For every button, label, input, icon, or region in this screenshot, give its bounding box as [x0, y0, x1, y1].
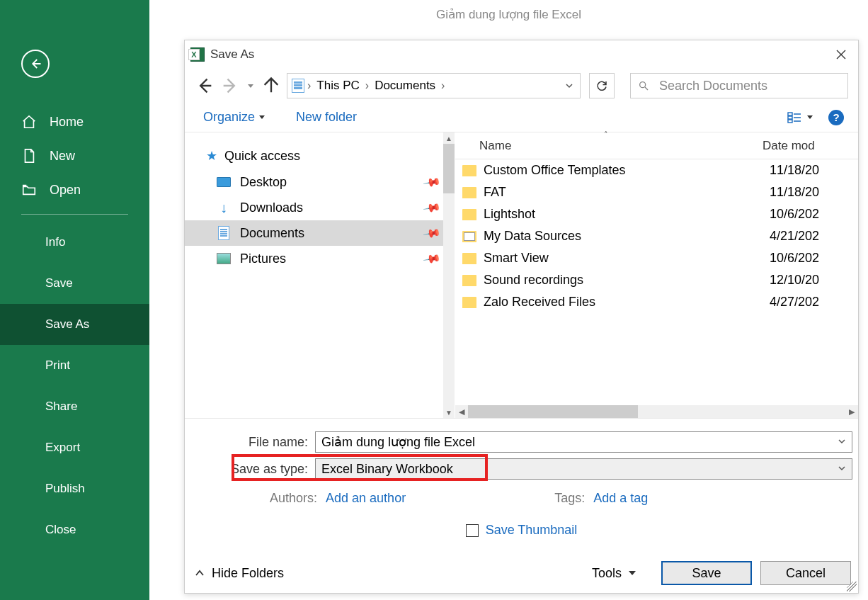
scroll-thumb[interactable] — [468, 405, 638, 418]
close-button[interactable] — [830, 45, 852, 64]
file-date: 12/10/20 — [770, 273, 819, 288]
nav-forward-button[interactable] — [220, 76, 240, 96]
sidebar-item-print[interactable]: Print — [0, 345, 149, 386]
desktop-icon — [216, 176, 232, 188]
tree-downloads[interactable]: ↓ Downloads 📌 — [185, 195, 455, 220]
download-icon: ↓ — [216, 201, 232, 214]
back-button[interactable] — [21, 50, 50, 78]
breadcrumb-this-pc[interactable]: This PC — [314, 79, 362, 93]
file-row[interactable]: Custom Office Templates11/18/20 — [455, 159, 858, 181]
sidebar-label-info: Info — [45, 235, 65, 249]
folder-icon — [462, 231, 476, 242]
scroll-down-button[interactable]: ▼ — [443, 407, 455, 418]
chevron-down-icon — [838, 464, 846, 475]
pin-icon: 📌 — [422, 198, 441, 217]
file-name: Smart View — [484, 251, 770, 266]
cancel-button[interactable]: Cancel — [760, 561, 851, 585]
sidebar-label-publish: Publish — [45, 482, 85, 496]
scroll-up-button[interactable]: ▲ — [443, 132, 455, 144]
column-name[interactable]: Name — [479, 139, 763, 153]
help-button[interactable]: ? — [828, 110, 844, 125]
folder-icon — [462, 275, 476, 286]
chevron-down-icon — [807, 115, 813, 119]
add-author-link[interactable]: Add an author — [326, 491, 406, 506]
refresh-button[interactable] — [589, 73, 615, 98]
nav-up-button[interactable] — [261, 76, 281, 96]
file-name-input[interactable]: Giảm dung lượng file Excel — [315, 431, 852, 453]
search-input[interactable]: Search Documents — [630, 73, 848, 98]
breadcrumb-dropdown[interactable] — [563, 81, 576, 90]
breadcrumb-separator: › — [365, 79, 369, 92]
tree-desktop[interactable]: Desktop 📌 — [185, 169, 455, 195]
sidebar-item-home[interactable]: Home — [0, 105, 149, 139]
dialog-form: File name: Giảm dung lượng file Excel Sa… — [185, 418, 858, 553]
scroll-thumb[interactable] — [443, 144, 455, 193]
save-type-select[interactable]: Excel Binary Workbook — [315, 458, 852, 480]
file-row[interactable]: My Data Sources4/21/202 — [455, 225, 858, 247]
save-thumbnail-checkbox[interactable] — [466, 524, 479, 537]
hide-folders-button[interactable]: Hide Folders — [192, 566, 284, 581]
dialog-toolbar: Organize New folder ? — [185, 103, 858, 132]
nav-back-button[interactable] — [195, 76, 215, 96]
window-title: Giảm dung lượng file Excel — [149, 0, 868, 28]
sidebar-item-info[interactable]: Info — [0, 222, 149, 263]
search-icon — [638, 80, 649, 91]
file-row[interactable]: FAT11/18/20 — [455, 181, 858, 203]
file-name: Sound recordings — [484, 273, 770, 288]
sidebar-divider — [21, 214, 128, 215]
chevron-down-icon — [838, 437, 846, 448]
breadcrumb-documents[interactable]: Documents — [372, 79, 438, 93]
file-name-value: Giảm dung lượng file Excel — [321, 434, 475, 450]
file-row[interactable]: Smart View10/6/202 — [455, 247, 858, 269]
sidebar-item-publish[interactable]: Publish — [0, 468, 149, 509]
file-date: 4/21/202 — [770, 229, 819, 244]
add-tag-link[interactable]: Add a tag — [593, 491, 648, 506]
tree-quick-access[interactable]: ★ Quick access — [185, 142, 455, 169]
file-date: 4/27/202 — [770, 295, 819, 310]
chevron-down-icon — [259, 115, 265, 119]
svg-rect-1 — [788, 113, 792, 115]
tools-dropdown[interactable]: Tools — [592, 566, 636, 581]
sidebar-item-open[interactable]: Open — [0, 173, 149, 207]
folder-icon — [462, 165, 476, 176]
sidebar-item-new[interactable]: New — [0, 139, 149, 173]
file-list-hscrollbar[interactable]: ◀ ▶ — [455, 405, 858, 418]
resize-grip[interactable] — [847, 582, 857, 591]
picture-icon — [216, 252, 232, 265]
sidebar-item-save-as[interactable]: Save As — [0, 304, 149, 345]
file-row[interactable]: Sound recordings12/10/20 — [455, 269, 858, 291]
sort-indicator-icon: ˄ — [604, 130, 608, 140]
column-date[interactable]: Date mod — [763, 139, 858, 153]
save-button[interactable]: Save — [661, 561, 752, 585]
scroll-left-button[interactable]: ◀ — [455, 407, 468, 417]
chevron-up-icon — [195, 568, 205, 578]
tree-scrollbar[interactable]: ▲ ▼ — [443, 132, 455, 418]
dialog-footer: Hide Folders Tools Save Cancel — [185, 553, 858, 593]
svg-point-0 — [640, 82, 646, 88]
pin-icon: 📌 — [422, 249, 441, 268]
sidebar-item-export[interactable]: Export — [0, 427, 149, 468]
breadcrumb[interactable]: › This PC › Documents › — [287, 73, 581, 98]
save-type-label: Save as type: — [190, 462, 315, 477]
file-date: 10/6/202 — [770, 207, 819, 222]
view-icon — [787, 112, 801, 123]
new-folder-button[interactable]: New folder — [292, 107, 361, 128]
sidebar-item-save[interactable]: Save — [0, 263, 149, 304]
organize-button[interactable]: Organize — [199, 107, 269, 128]
tree-pictures[interactable]: Pictures 📌 — [185, 246, 455, 271]
close-icon — [836, 50, 846, 60]
arrow-left-icon — [29, 57, 42, 70]
file-row[interactable]: Lightshot10/6/202 — [455, 203, 858, 225]
tree-documents[interactable]: Documents 📌 — [185, 220, 455, 246]
dialog-titlebar: Save As — [185, 40, 858, 69]
file-row[interactable]: Zalo Received Files4/27/202 — [455, 291, 858, 313]
sidebar-label-save-as: Save As — [45, 317, 89, 332]
svg-rect-3 — [788, 120, 792, 123]
backstage-sidebar: Home New Open Info Save Save As Print Sh… — [0, 0, 149, 600]
scroll-right-button[interactable]: ▶ — [845, 407, 858, 417]
sidebar-item-close[interactable]: Close — [0, 509, 149, 550]
view-options-button[interactable] — [784, 109, 816, 126]
nav-history-dropdown[interactable] — [246, 84, 256, 88]
folder-icon — [462, 253, 476, 264]
sidebar-item-share[interactable]: Share — [0, 386, 149, 427]
